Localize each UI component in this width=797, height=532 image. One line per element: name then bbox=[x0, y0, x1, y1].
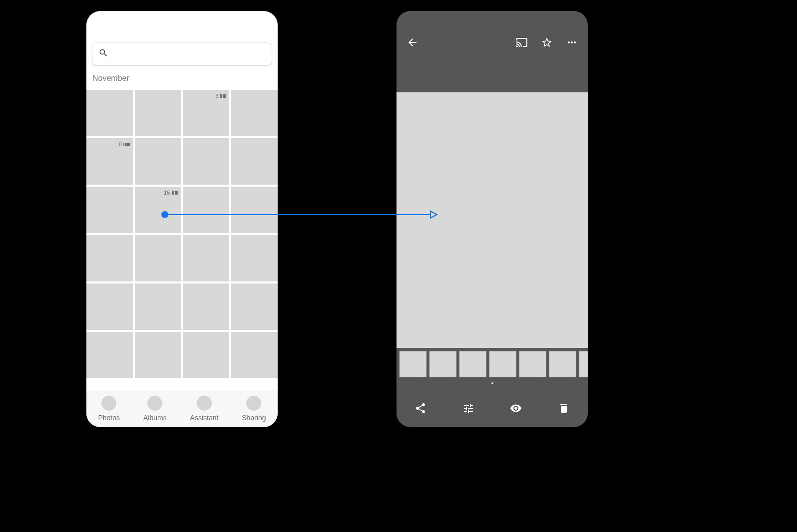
photo-tile[interactable] bbox=[86, 90, 133, 136]
burst-badge: 8 bbox=[119, 141, 130, 147]
photo-tile[interactable] bbox=[183, 138, 230, 185]
photo-grid: 3815 bbox=[86, 90, 278, 378]
cast-icon[interactable] bbox=[516, 36, 528, 50]
filmstrip-thumb[interactable] bbox=[579, 351, 588, 377]
burst-badge: 3 bbox=[215, 93, 226, 99]
nav-icon bbox=[147, 396, 162, 411]
photo-tile[interactable]: 15 bbox=[135, 187, 181, 233]
photo-tile[interactable] bbox=[135, 332, 181, 378]
photo-tile[interactable]: 8 bbox=[86, 138, 133, 185]
nav-item-albums[interactable]: Albums bbox=[143, 396, 167, 422]
photo-tile[interactable] bbox=[86, 187, 133, 233]
delete-icon[interactable] bbox=[558, 402, 570, 416]
photo-tile[interactable] bbox=[231, 235, 278, 281]
nav-item-assistant[interactable]: Assistant bbox=[190, 396, 219, 422]
tune-icon[interactable] bbox=[462, 402, 474, 416]
nav-label: Albums bbox=[143, 414, 167, 422]
filmstrip-thumb[interactable] bbox=[429, 351, 456, 377]
photo-tile[interactable] bbox=[135, 90, 181, 136]
nav-label: Photos bbox=[98, 414, 120, 422]
search-icon bbox=[98, 48, 108, 60]
photo-tile[interactable] bbox=[135, 138, 181, 185]
nav-item-photos[interactable]: Photos bbox=[98, 396, 120, 422]
burst-icon bbox=[220, 94, 226, 98]
burst-icon bbox=[172, 191, 178, 195]
nav-label: Sharing bbox=[242, 414, 266, 422]
filmstrip[interactable] bbox=[397, 351, 588, 380]
photo-tile[interactable] bbox=[231, 90, 278, 136]
photo-viewer-screen bbox=[397, 11, 588, 427]
page-indicator-dot bbox=[491, 382, 493, 384]
photo-tile[interactable] bbox=[183, 332, 230, 378]
photo-tile[interactable] bbox=[135, 283, 181, 330]
photo-tile[interactable] bbox=[183, 235, 230, 281]
burst-badge: 15 bbox=[164, 190, 178, 196]
share-icon[interactable] bbox=[414, 402, 426, 416]
nav-icon bbox=[197, 396, 212, 411]
bottom-nav: PhotosAlbumsAssistantSharing bbox=[86, 390, 278, 427]
star-icon[interactable] bbox=[541, 36, 553, 50]
photo-tile[interactable] bbox=[231, 138, 278, 185]
photo-area[interactable] bbox=[397, 92, 588, 348]
photo-tile[interactable] bbox=[135, 235, 181, 281]
viewer-action-bar bbox=[397, 391, 588, 427]
more-icon[interactable] bbox=[566, 36, 578, 50]
photo-tile[interactable] bbox=[231, 283, 278, 330]
photo-tile[interactable]: 3 bbox=[183, 90, 230, 136]
nav-icon bbox=[246, 396, 261, 411]
lens-icon[interactable] bbox=[510, 402, 522, 416]
photo-tile[interactable] bbox=[183, 187, 230, 233]
filmstrip-thumb[interactable] bbox=[399, 351, 426, 377]
search-bar[interactable] bbox=[92, 43, 272, 65]
filmstrip-thumb[interactable] bbox=[519, 351, 546, 377]
filmstrip-thumb[interactable] bbox=[549, 351, 576, 377]
viewer-top-bar bbox=[397, 11, 588, 76]
filmstrip-thumb[interactable] bbox=[459, 351, 486, 377]
photo-tile[interactable] bbox=[86, 332, 133, 378]
photo-tile[interactable] bbox=[86, 235, 133, 281]
month-header: November bbox=[92, 74, 129, 83]
photo-tile[interactable] bbox=[183, 283, 230, 330]
nav-item-sharing[interactable]: Sharing bbox=[242, 396, 266, 422]
filmstrip-thumb[interactable] bbox=[489, 351, 516, 377]
burst-icon bbox=[123, 143, 130, 146]
nav-label: Assistant bbox=[190, 414, 219, 422]
nav-icon bbox=[101, 396, 116, 411]
photo-tile[interactable] bbox=[231, 187, 278, 233]
back-icon[interactable] bbox=[406, 36, 418, 50]
photos-grid-screen: November 3815 PhotosAlbumsAssistantShari… bbox=[86, 11, 278, 427]
photo-tile[interactable] bbox=[231, 332, 278, 378]
photo-tile[interactable] bbox=[86, 283, 133, 330]
